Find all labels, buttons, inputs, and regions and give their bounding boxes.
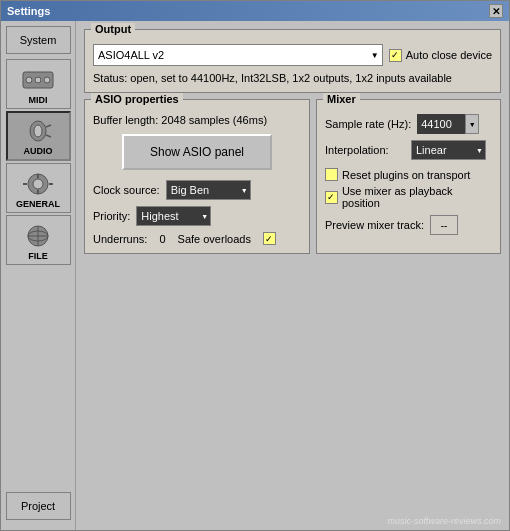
sidebar: System MIDI: [1, 21, 76, 530]
use-mixer-label: Use mixer as playback position: [342, 185, 492, 209]
use-mixer-checkbox[interactable]: [325, 191, 338, 204]
underruns-row: Underruns: 0 Safe overloads: [93, 232, 301, 245]
show-asio-panel-button[interactable]: Show ASIO panel: [122, 134, 272, 170]
svg-rect-11: [37, 190, 39, 194]
interpolation-select[interactable]: Linear Sinc None: [411, 140, 486, 160]
safe-overloads-label: Safe overloads: [178, 233, 251, 245]
underruns-value: 0: [159, 233, 165, 245]
reset-plugins-label: Reset plugins on transport: [342, 169, 470, 181]
file-icon: [18, 221, 58, 251]
svg-point-5: [34, 125, 42, 137]
svg-point-3: [44, 77, 50, 83]
sidebar-item-file-label: FILE: [28, 251, 48, 261]
sidebar-item-midi[interactable]: MIDI: [6, 59, 71, 109]
asio-properties-group: ASIO properties Buffer length: 2048 samp…: [84, 99, 310, 254]
mixer-group: Mixer Sample rate (Hz): 44100 ▼ Interpol…: [316, 99, 501, 254]
priority-row: Priority: Highest High Normal Low: [93, 206, 301, 226]
clock-source-select[interactable]: Big Ben: [166, 180, 251, 200]
sidebar-item-audio[interactable]: AUDIO: [6, 111, 71, 161]
clock-source-label: Clock source:: [93, 184, 160, 196]
project-button[interactable]: Project: [6, 492, 71, 520]
buffer-info: Buffer length: 2048 samples (46ms): [93, 114, 301, 126]
underruns-label: Underruns:: [93, 233, 147, 245]
preview-row: Preview mixer track: --: [325, 215, 492, 235]
preview-label: Preview mixer track:: [325, 219, 424, 231]
sample-rate-dropdown-button[interactable]: ▼: [465, 114, 479, 134]
midi-icon: [18, 65, 58, 95]
output-section: ASIO4ALL v2 Auto close device Status: op…: [93, 44, 492, 84]
device-select[interactable]: ASIO4ALL v2: [93, 44, 383, 66]
svg-line-7: [46, 135, 51, 137]
reset-plugins-checkbox[interactable]: [325, 168, 338, 181]
svg-line-6: [46, 125, 51, 127]
auto-close-row: Auto close device: [389, 49, 492, 62]
auto-close-label: Auto close device: [406, 49, 492, 61]
output-device-row: ASIO4ALL v2 Auto close device: [93, 44, 492, 66]
device-select-wrapper[interactable]: ASIO4ALL v2: [93, 44, 383, 66]
watermark: music-software-reviews.com: [387, 516, 501, 526]
asio-group-title: ASIO properties: [91, 93, 183, 105]
output-group-title: Output: [91, 23, 135, 35]
audio-icon: [18, 116, 58, 146]
clock-source-select-wrapper[interactable]: Big Ben: [166, 180, 251, 200]
mixer-options: Reset plugins on transport Use mixer as …: [325, 168, 492, 209]
svg-point-9: [33, 179, 43, 189]
interpolation-select-wrapper[interactable]: Linear Sinc None: [411, 140, 486, 160]
interpolation-row: Interpolation: Linear Sinc None: [325, 140, 492, 160]
auto-close-checkbox[interactable]: [389, 49, 402, 62]
settings-window: Settings ✕ System MIDI: [0, 0, 510, 531]
sample-rate-value: 44100: [417, 114, 465, 134]
svg-rect-13: [49, 183, 53, 185]
system-button[interactable]: System: [6, 26, 71, 54]
svg-rect-12: [23, 183, 27, 185]
preview-value[interactable]: --: [430, 215, 458, 235]
sidebar-item-audio-label: AUDIO: [24, 146, 53, 156]
window-title: Settings: [7, 5, 50, 17]
svg-rect-10: [37, 174, 39, 178]
clock-source-row: Clock source: Big Ben: [93, 180, 301, 200]
interpolation-label: Interpolation:: [325, 144, 405, 156]
sidebar-item-general[interactable]: GENERAL: [6, 163, 71, 213]
output-group: Output ASIO4ALL v2 Auto close device: [84, 29, 501, 93]
sample-rate-label: Sample rate (Hz):: [325, 118, 411, 130]
use-mixer-row: Use mixer as playback position: [325, 185, 492, 209]
general-icon: [18, 169, 58, 199]
mixer-group-title: Mixer: [323, 93, 360, 105]
priority-select-wrapper[interactable]: Highest High Normal Low: [136, 206, 211, 226]
title-bar: Settings ✕: [1, 1, 509, 21]
svg-point-2: [35, 77, 41, 83]
reset-plugins-row: Reset plugins on transport: [325, 168, 492, 181]
close-button[interactable]: ✕: [489, 4, 503, 18]
lower-section: ASIO properties Buffer length: 2048 samp…: [84, 99, 501, 254]
sidebar-item-midi-label: MIDI: [29, 95, 48, 105]
main-panel: Output ASIO4ALL v2 Auto close device: [76, 21, 509, 530]
sample-rate-control: 44100 ▼: [417, 114, 479, 134]
sidebar-item-general-label: GENERAL: [16, 199, 60, 209]
content-area: System MIDI: [1, 21, 509, 530]
sidebar-item-file[interactable]: FILE: [6, 215, 71, 265]
priority-label: Priority:: [93, 210, 130, 222]
safe-overloads-checkbox[interactable]: [263, 232, 276, 245]
status-text: Status: open, set to 44100Hz, Int32LSB, …: [93, 72, 492, 84]
priority-select[interactable]: Highest High Normal Low: [136, 206, 211, 226]
svg-point-1: [26, 77, 32, 83]
sample-rate-row: Sample rate (Hz): 44100 ▼: [325, 114, 492, 134]
